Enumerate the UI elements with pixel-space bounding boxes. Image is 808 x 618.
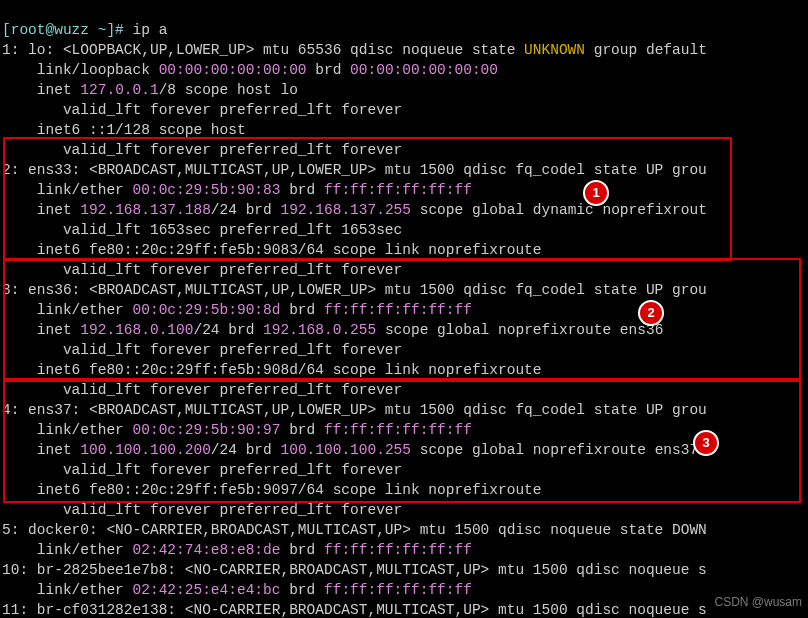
br1-brd: ff:ff:ff:ff:ff:ff [324,582,472,598]
ens37-header: 4: ens37: <BROADCAST,MULTICAST,UP,LOWER_… [2,402,707,418]
ens37-inet6: inet6 fe80::20c:29ff:fe5b:9097/64 scope … [2,482,542,498]
shell-command: ip a [133,22,168,38]
ens37-brd: ff:ff:ff:ff:ff:ff [324,422,472,438]
ens33-inet-a: inet [2,202,80,218]
lo-inet6: inet6 ::1/128 scope host [2,122,246,138]
lo-inet-b: /8 scope host lo [159,82,298,98]
lo-valid6: valid_lft forever preferred_lft forever [2,142,402,158]
lo-header-b: group default [585,42,707,58]
ens36-inet-b: /24 brd [193,322,263,338]
ens33-link-a: link/ether [2,182,133,198]
ens33-inet-b: /24 brd [211,202,281,218]
lo-valid: valid_lft forever preferred_lft forever [2,102,402,118]
docker0-link-a: link/ether [2,542,133,558]
ens37-inet-a: inet [2,442,80,458]
ens33-inet-ip: 192.168.137.188 [80,202,211,218]
ens33-valid: valid_lft 1653sec preferred_lft 1653sec [2,222,402,238]
lo-link-b: brd [307,62,351,78]
ens33-brd: ff:ff:ff:ff:ff:ff [324,182,472,198]
ens37-inet-ip: 100.100.100.200 [80,442,211,458]
ens33-inet6: inet6 fe80::20c:29ff:fe5b:9083/64 scope … [2,242,542,258]
watermark: CSDN @wusam [714,592,802,612]
br1-link-a: link/ether [2,582,133,598]
ens36-header: 3: ens36: <BROADCAST,MULTICAST,UP,LOWER_… [2,282,707,298]
lo-brd: 00:00:00:00:00:00 [350,62,498,78]
lo-header-a: 1: lo: <LOOPBACK,UP,LOWER_UP> mtu 65536 … [2,42,524,58]
ens37-link-b: brd [280,422,324,438]
ens36-inet-ip: 192.168.0.100 [80,322,193,338]
ens33-inet-c: scope global dynamic noprefixrout [411,202,707,218]
terminal-output: [root@wuzz ~]# ip a 1: lo: <LOOPBACK,UP,… [2,0,707,618]
ens36-valid: valid_lft forever preferred_lft forever [2,342,402,358]
annotation-badge-2: 2 [638,300,664,326]
lo-mac: 00:00:00:00:00:00 [159,62,307,78]
br1-header: 10: br-2825bee1e7b8: <NO-CARRIER,BROADCA… [2,562,707,578]
ens33-mac: 00:0c:29:5b:90:83 [133,182,281,198]
ens36-inet6: inet6 fe80::20c:29ff:fe5b:908d/64 scope … [2,362,542,378]
br1-link-b: brd [280,582,324,598]
ens37-inet-c: scope global noprefixroute ens37 [411,442,698,458]
lo-link-a: link/loopback [2,62,159,78]
ens37-inet-b: /24 brd [211,442,281,458]
ens37-mac: 00:0c:29:5b:90:97 [133,422,281,438]
ens36-inet-c: scope global noprefixroute ens36 [376,322,663,338]
ens37-valid: valid_lft forever preferred_lft forever [2,462,402,478]
ens33-valid6: valid_lft forever preferred_lft forever [2,262,402,278]
lo-state: UNKNOWN [524,42,585,58]
docker0-mac: 02:42:74:e8:e8:de [133,542,281,558]
ens36-mac: 00:0c:29:5b:90:8d [133,302,281,318]
ens36-inet-brd: 192.168.0.255 [263,322,376,338]
ens36-link-b: brd [280,302,324,318]
ens36-valid6: valid_lft forever preferred_lft forever [2,382,402,398]
docker0-link-b: brd [280,542,324,558]
ens36-link-a: link/ether [2,302,133,318]
shell-prompt: [root@wuzz ~]# [2,22,133,38]
ens37-link-a: link/ether [2,422,133,438]
ens33-header: 2: ens33: <BROADCAST,MULTICAST,UP,LOWER_… [2,162,707,178]
lo-inet-ip: 127.0.0.1 [80,82,158,98]
ens33-link-b: brd [280,182,324,198]
annotation-badge-3: 3 [693,430,719,456]
ens37-inet-brd: 100.100.100.255 [280,442,411,458]
lo-inet-a: inet [2,82,80,98]
docker0-header: 5: docker0: <NO-CARRIER,BROADCAST,MULTIC… [2,522,707,538]
ens36-inet-a: inet [2,322,80,338]
ens37-valid6: valid_lft forever preferred_lft forever [2,502,402,518]
docker0-brd: ff:ff:ff:ff:ff:ff [324,542,472,558]
annotation-badge-1: 1 [583,180,609,206]
br1-mac: 02:42:25:e4:e4:bc [133,582,281,598]
ens36-brd: ff:ff:ff:ff:ff:ff [324,302,472,318]
ens33-inet-brd: 192.168.137.255 [280,202,411,218]
br2-header: 11: br-cf031282e138: <NO-CARRIER,BROADCA… [2,602,707,618]
